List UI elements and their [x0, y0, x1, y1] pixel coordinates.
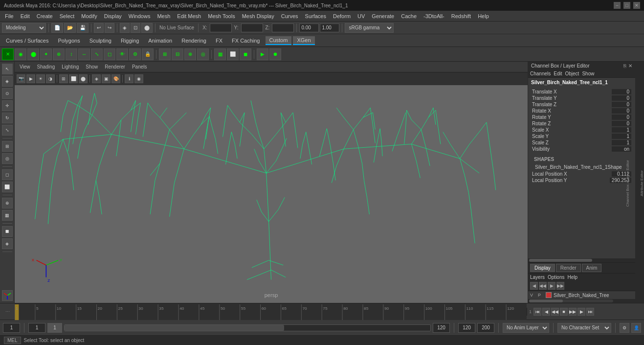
vp-grid-btn[interactable]: ⊞: [59, 74, 68, 83]
help-menu[interactable]: Help: [567, 275, 577, 280]
rotate-z-value[interactable]: 0: [612, 121, 631, 126]
menu-help[interactable]: Help: [475, 12, 492, 20]
redo-button[interactable]: ↪: [105, 23, 114, 33]
val2-input[interactable]: [320, 23, 339, 32]
vp-smooth-btn[interactable]: ⬤: [79, 74, 88, 83]
layer-remove-button[interactable]: ◀◀: [539, 282, 547, 290]
minimize-button[interactable]: –: [614, 2, 621, 9]
vp-menu-lighting-real[interactable]: Lighting: [60, 64, 81, 70]
channel-box-tab-label[interactable]: Channel Box / Layer Editor: [625, 160, 630, 207]
menu-deform[interactable]: Deform: [330, 12, 354, 20]
x-input[interactable]: [210, 23, 232, 32]
menu-mesh-display[interactable]: Mesh Display: [239, 12, 277, 20]
icon-btn-12[interactable]: 🔒: [142, 48, 154, 60]
anim-tab[interactable]: Anim: [582, 264, 602, 272]
scale-x-row[interactable]: Scale X 1: [530, 127, 633, 133]
layer-p-toggle[interactable]: P: [538, 293, 544, 298]
layer-add-button[interactable]: ◀: [530, 282, 538, 290]
menu-modify[interactable]: Modify: [78, 12, 100, 20]
range-slider[interactable]: [64, 324, 431, 331]
select-tool-button[interactable]: ↖: [2, 64, 13, 74]
scroll-thumb[interactable]: [529, 259, 592, 262]
color-mode-dropdown[interactable]: sRGB gamma: [345, 23, 394, 33]
icon-btn-smooth[interactable]: ◼: [240, 48, 251, 60]
new-file-button[interactable]: 📄: [51, 23, 63, 33]
val1-input[interactable]: [299, 23, 319, 32]
render-button[interactable]: 🔲: [2, 226, 13, 237]
vp-menu-view[interactable]: View: [18, 64, 32, 70]
undo-button[interactable]: ↩: [94, 23, 104, 33]
timeline-ruler[interactable]: 1 5 10 15 20 25 30 35 40: [15, 303, 527, 320]
vp-texture-btn[interactable]: ▣: [102, 74, 111, 83]
rp-scrollbar[interactable]: [528, 258, 635, 262]
xray-button[interactable]: ◈: [2, 238, 13, 249]
viewport-canvas[interactable]: 📷 ▶ ☀ ◑ ⊞ ⬜ ⬤ ◈ ▣ 🎨 ℹ ◉: [15, 72, 528, 303]
attribute-editor-side-tab[interactable]: Attribute Editor Channel Box / Layer Edi…: [635, 62, 644, 303]
vp-isolate-btn[interactable]: ◉: [134, 74, 143, 83]
shelf-fx-caching[interactable]: FX Caching: [228, 37, 264, 45]
translate-x-value[interactable]: 0: [612, 89, 631, 94]
rotate-y-value[interactable]: 0: [612, 115, 631, 120]
layers-menu[interactable]: Layers: [530, 275, 545, 280]
scale-x-value[interactable]: 1: [612, 127, 631, 133]
icon-btn-8[interactable]: ⤡: [91, 48, 103, 60]
layer-scrollbar[interactable]: [528, 299, 635, 303]
hide-manip-button[interactable]: ⬜: [2, 182, 13, 192]
icon-btn-10[interactable]: 👁: [116, 48, 128, 60]
visibility-row[interactable]: Visibility on: [530, 146, 633, 152]
icon-btn-1[interactable]: ✕: [2, 48, 14, 60]
vp-menu-show[interactable]: Show: [84, 64, 100, 70]
step-back-button[interactable]: ◀: [542, 308, 550, 316]
play-back-button[interactable]: ◀◀: [551, 308, 559, 316]
rotate-tool-button[interactable]: ↻: [2, 113, 13, 123]
icon-btn-7[interactable]: ↔: [78, 48, 90, 60]
display-tab[interactable]: Display: [530, 264, 555, 272]
options-menu[interactable]: Options: [548, 275, 564, 280]
scale-z-row[interactable]: Scale Z 1: [530, 139, 633, 146]
local-pos-y-row[interactable]: Local Position Y 290.253: [530, 177, 633, 184]
menu-create[interactable]: Create: [34, 12, 56, 20]
icon-btn-snap3[interactable]: ⊕: [184, 48, 196, 60]
icon-btn-4[interactable]: ✦: [40, 48, 52, 60]
stop-button[interactable]: ■: [560, 308, 568, 316]
translate-y-value[interactable]: 0: [612, 95, 631, 101]
char-set-dropdown[interactable]: No Character Set: [557, 323, 611, 333]
show-manip-button[interactable]: ◻: [2, 169, 13, 180]
vp-xray-btn[interactable]: ◈: [92, 74, 101, 83]
menu-uv[interactable]: UV: [355, 12, 368, 20]
icon-btn-ipr[interactable]: ⏺: [269, 48, 281, 60]
vp-film-btn[interactable]: ▶: [26, 74, 35, 83]
range-end-input[interactable]: [433, 323, 450, 333]
shelf-curves-surfaces[interactable]: Curves / Surfaces: [2, 37, 52, 45]
play-forward-button[interactable]: ▶▶: [569, 308, 577, 316]
menu-3dtoall[interactable]: -3DtoAll-: [421, 12, 447, 20]
menu-file[interactable]: File: [2, 12, 17, 20]
save-file-button[interactable]: 💾: [77, 23, 89, 33]
snap-points-button[interactable]: ⊕: [2, 198, 13, 208]
menu-redshift[interactable]: Redshift: [448, 12, 474, 20]
menu-edit[interactable]: Edit: [18, 12, 33, 20]
current-frame-input[interactable]: [3, 323, 20, 333]
paint-button[interactable]: ⬤: [141, 23, 153, 33]
step-forward-button[interactable]: ▶: [577, 308, 585, 316]
attr-editor-tab-label[interactable]: Attribute Editor: [640, 170, 644, 196]
menu-curves[interactable]: Curves: [278, 12, 301, 20]
icon-btn-snap4[interactable]: ◎: [197, 48, 209, 60]
scale-tool-button[interactable]: ⤡: [2, 125, 13, 136]
rotate-y-row[interactable]: Rotate Y 0: [530, 114, 633, 120]
vp-hud-btn[interactable]: ℹ: [125, 74, 133, 83]
scale-z-value[interactable]: 1: [612, 140, 631, 145]
scale-y-value[interactable]: 1: [612, 134, 631, 139]
local-pos-x-row[interactable]: Local Position X 0.112: [530, 171, 633, 177]
shelf-xgen[interactable]: XGen: [293, 36, 314, 45]
cb-menu-object[interactable]: Object: [565, 71, 579, 76]
cb-menu-channels[interactable]: Channels: [530, 71, 551, 76]
shelf-custom[interactable]: Custom: [266, 36, 292, 45]
menu-mesh-tools[interactable]: Mesh Tools: [205, 12, 238, 20]
translate-z-row[interactable]: Translate Z 0: [530, 101, 633, 108]
vp-color-btn[interactable]: 🎨: [111, 74, 120, 83]
icon-btn-6[interactable]: ↕: [66, 48, 77, 60]
vp-lights-btn[interactable]: ☀: [36, 74, 45, 83]
universal-manip-button[interactable]: ⊞: [2, 141, 13, 152]
move-tool-button[interactable]: ✛: [2, 100, 13, 111]
